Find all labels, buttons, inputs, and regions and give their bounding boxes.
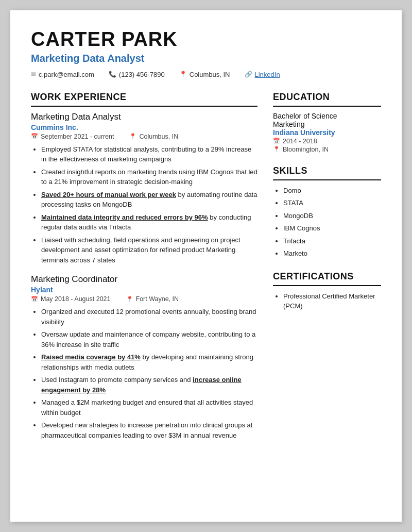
skill-4: Trifacta — [283, 236, 381, 246]
edu-dates-text: 2014 - 2018 — [283, 138, 317, 145]
job-2-meta: 📅 May 2018 - August 2021 📍 Fort Wayne, I… — [31, 295, 258, 303]
skills-divider — [273, 179, 381, 180]
skill-0: Domo — [283, 186, 381, 196]
job-2-location: Fort Wayne, IN — [136, 295, 179, 303]
candidate-name: CARTER PARK — [31, 29, 381, 51]
right-column: EDUCATION Bachelor of Science Marketing … — [273, 92, 381, 450]
phone-text: (123) 456-7890 — [119, 71, 165, 78]
work-experience-section: WORK EXPERIENCE Marketing Data Analyst C… — [31, 92, 258, 441]
location-icon: 📍 — [179, 71, 187, 78]
email-item: ✉ c.park@email.com — [31, 71, 94, 78]
bullet-2-6: Developed new strategies to increase pen… — [41, 420, 258, 440]
bullet-2-4: Used Instagram to promote company servic… — [41, 375, 258, 395]
job-2-title: Marketing Coordinator — [31, 274, 258, 285]
edu-entry-0: Bachelor of Science Marketing Indiana Un… — [273, 112, 381, 153]
left-column: WORK EXPERIENCE Marketing Data Analyst C… — [31, 92, 258, 450]
job-1: Marketing Data Analyst Cummins Inc. 📅 Se… — [31, 112, 258, 265]
skills-section: SKILLS Domo STATA MongoDB IBM Cognos Tri… — [273, 165, 381, 259]
edu-location-text: Bloomington, IN — [283, 146, 329, 153]
skill-5: Marketo — [283, 248, 381, 259]
phone-icon: 📞 — [109, 71, 116, 78]
work-divider — [31, 106, 258, 107]
linkedin-item[interactable]: 🔗 LinkedIn — [245, 71, 280, 78]
edu-divider — [273, 106, 381, 107]
bullet-2-2: Oversaw update and maintenance of compan… — [41, 329, 258, 350]
certifications-list: Professional Certified Marketer (PCM) — [273, 291, 381, 311]
email-icon: ✉ — [31, 71, 36, 78]
job-1-location-item: 📍 Columbus, IN — [129, 133, 178, 140]
contact-row: ✉ c.park@email.com 📞 (123) 456-7890 📍 Co… — [31, 71, 381, 80]
job-1-bullets: Employed STATA for statistical analysis,… — [31, 144, 258, 265]
phone-item: 📞 (123) 456-7890 — [109, 71, 165, 78]
bold-1-3: Saved 20+ hours of manual work per week — [41, 191, 176, 198]
skill-1: STATA — [283, 198, 381, 208]
location-item: 📍 Columbus, IN — [179, 71, 230, 78]
bullet-1-4: Maintained data integrity and reduced er… — [41, 212, 258, 232]
skill-3: IBM Cognos — [283, 223, 381, 234]
email-text: c.park@email.com — [39, 71, 94, 78]
candidate-title: Marketing Data Analyst — [31, 53, 381, 64]
job-2-bullets: Organized and executed 12 promotional ev… — [31, 307, 258, 440]
bullet-2-1: Organized and executed 12 promotional ev… — [41, 307, 258, 327]
linkedin-icon: 🔗 — [245, 71, 252, 78]
job-1-title: Marketing Data Analyst — [31, 112, 258, 122]
job-1-company: Cummins Inc. — [31, 123, 258, 131]
header: CARTER PARK Marketing Data Analyst ✉ c.p… — [31, 29, 381, 80]
work-experience-heading: WORK EXPERIENCE — [31, 92, 258, 103]
edu-school: Indiana University — [273, 128, 381, 137]
edu-calendar-icon: 📅 — [273, 138, 280, 144]
job-1-dates-item: 📅 September 2021 - current — [31, 133, 114, 140]
education-section: EDUCATION Bachelor of Science Marketing … — [273, 92, 381, 153]
edu-location: 📍 Bloomington, IN — [273, 146, 381, 153]
calendar-icon-1: 📅 — [31, 133, 38, 140]
bullet-1-5: Liaised with scheduling, field operation… — [41, 235, 258, 265]
main-content: WORK EXPERIENCE Marketing Data Analyst C… — [31, 92, 381, 450]
bullet-2-3: Raised media coverage by 41% by developi… — [41, 352, 258, 372]
location-icon-1: 📍 — [129, 133, 136, 140]
edu-degree: Bachelor of Science — [273, 112, 381, 120]
cert-divider — [273, 285, 381, 286]
job-1-meta: 📅 September 2021 - current 📍 Columbus, I… — [31, 133, 258, 140]
job-2-location-item: 📍 Fort Wayne, IN — [126, 295, 179, 303]
job-2: Marketing Coordinator Hylant 📅 May 2018 … — [31, 274, 258, 440]
job-1-dates: September 2021 - current — [41, 133, 114, 140]
calendar-icon-2: 📅 — [31, 296, 38, 303]
linkedin-link[interactable]: LinkedIn — [255, 71, 280, 78]
edu-dates: 📅 2014 - 2018 — [273, 138, 381, 145]
education-heading: EDUCATION — [273, 92, 381, 103]
skills-heading: SKILLS — [273, 165, 381, 176]
resume: CARTER PARK Marketing Data Analyst ✉ c.p… — [10, 10, 402, 522]
job-2-company: Hylant — [31, 286, 258, 294]
bold-1-4: Maintained data integrity and reduced er… — [41, 213, 208, 221]
certifications-section: CERTIFICATIONS Professional Certified Ma… — [273, 271, 381, 311]
cert-0: Professional Certified Marketer (PCM) — [283, 291, 381, 311]
bullet-2-5: Managed a $2M marketing budget and ensur… — [41, 397, 258, 418]
job-2-dates-item: 📅 May 2018 - August 2021 — [31, 295, 111, 303]
bold-2-4: increase online engagement by 28% — [41, 376, 242, 394]
job-1-location: Columbus, IN — [139, 133, 178, 140]
bullet-1-2: Created insightful reports on marketing … — [41, 167, 258, 187]
location-icon-2: 📍 — [126, 296, 133, 303]
job-2-dates: May 2018 - August 2021 — [41, 295, 111, 303]
certifications-heading: CERTIFICATIONS — [273, 271, 381, 282]
edu-field: Marketing — [273, 120, 381, 128]
skills-list: Domo STATA MongoDB IBM Cognos Trifacta M… — [273, 186, 381, 259]
bullet-1-3: Saved 20+ hours of manual work per week … — [41, 190, 258, 210]
bullet-1-1: Employed STATA for statistical analysis,… — [41, 144, 258, 164]
location-text: Columbus, IN — [190, 71, 230, 78]
skill-2: MongoDB — [283, 211, 381, 221]
edu-location-icon: 📍 — [273, 146, 280, 153]
bold-2-3: Raised media coverage by 41% — [41, 353, 141, 361]
